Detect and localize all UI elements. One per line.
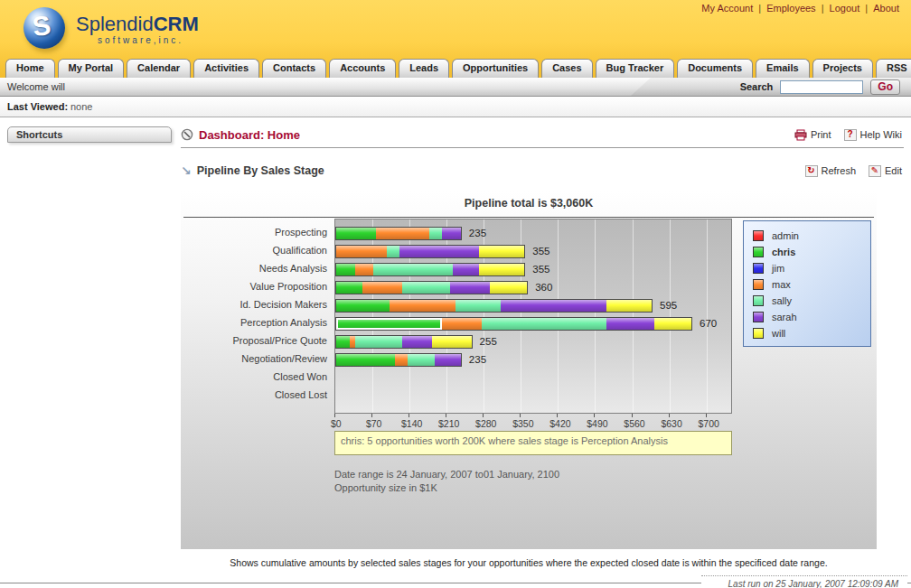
legend-label: will xyxy=(772,328,785,339)
axis-tick-label: $630 xyxy=(661,418,681,429)
search-input[interactable] xyxy=(780,80,863,94)
legend-item-chris[interactable]: chris xyxy=(753,244,870,260)
axis-tick xyxy=(334,414,335,417)
legend-item-jim[interactable]: jim xyxy=(753,260,870,276)
category-label: Negotiation/Review xyxy=(181,350,327,368)
bar-segment-chris[interactable] xyxy=(336,318,442,330)
legend-swatch xyxy=(753,295,764,306)
bar-segment-will[interactable] xyxy=(479,246,524,257)
stacked-bar[interactable] xyxy=(335,227,462,240)
bar-segment-sally[interactable] xyxy=(456,300,501,312)
stacked-bar[interactable] xyxy=(335,353,462,367)
bar-segment-max[interactable] xyxy=(390,300,456,312)
bar-segment-sarah[interactable] xyxy=(402,336,431,348)
edit-pencil-icon: ✎ xyxy=(869,165,881,177)
bar-segment-sally[interactable] xyxy=(355,336,403,348)
bar-segment-max[interactable] xyxy=(376,228,429,239)
legend-item-sarah[interactable]: sarah xyxy=(753,309,870,325)
top-link-employees[interactable]: Employees xyxy=(766,3,815,14)
tab-calendar[interactable]: Calendar xyxy=(127,59,191,78)
top-link-about[interactable]: About xyxy=(873,3,899,14)
bar-segment-chris[interactable] xyxy=(336,264,355,275)
tab-opportunities[interactable]: Opportunities xyxy=(452,59,539,78)
bar-segment-will[interactable] xyxy=(606,300,652,312)
legend-item-max[interactable]: max xyxy=(753,276,870,293)
stacked-bar[interactable] xyxy=(335,317,692,331)
category-label: Closed Won xyxy=(181,368,327,386)
top-header: My Account | Employees | Logout | About … xyxy=(0,0,911,78)
bar-segment-max[interactable] xyxy=(442,318,482,330)
stacked-bar[interactable] xyxy=(335,245,525,258)
app-logo[interactable]: S SplendidCRM software,inc. xyxy=(23,5,231,56)
tab-cases[interactable]: Cases xyxy=(541,59,592,78)
tab-projects[interactable]: Projects xyxy=(812,59,873,78)
category-label: Proposal/Price Quote xyxy=(181,331,327,350)
bar-segment-chris[interactable] xyxy=(336,354,395,366)
tab-bug-tracker[interactable]: Bug Tracker xyxy=(596,59,675,78)
shortcuts-header[interactable]: Shortcuts xyxy=(7,126,172,143)
help-wiki-button[interactable]: ? Help Wiki xyxy=(844,129,902,141)
bar-segment-sarah[interactable] xyxy=(399,246,479,257)
top-link-my-account[interactable]: My Account xyxy=(701,3,753,14)
shortcuts-panel: Shortcuts xyxy=(7,126,172,143)
bar-segment-will[interactable] xyxy=(654,318,691,330)
bar-segment-sally[interactable] xyxy=(373,264,453,275)
bar-segment-sally[interactable] xyxy=(402,282,450,294)
bar-segment-chris[interactable] xyxy=(336,282,362,294)
bar-segment-sarah[interactable] xyxy=(501,300,606,312)
bar-segment-chris[interactable] xyxy=(336,336,350,348)
legend-item-will[interactable]: will xyxy=(753,325,870,341)
axis-tick xyxy=(594,414,595,417)
bar-segment-sarah[interactable] xyxy=(606,318,654,330)
bar-segment-sally[interactable] xyxy=(429,228,443,239)
bar-segment-max[interactable] xyxy=(336,246,387,257)
tab-accounts[interactable]: Accounts xyxy=(329,59,396,78)
tab-my-portal[interactable]: My Portal xyxy=(58,59,125,78)
refresh-button[interactable]: ↻ Refresh xyxy=(805,165,857,177)
print-button[interactable]: Print xyxy=(794,129,831,141)
category-label: Closed Lost xyxy=(181,386,327,404)
collapse-arrow-icon[interactable]: ↘ xyxy=(181,164,192,177)
tab-activities[interactable]: Activities xyxy=(193,59,259,78)
chart-title-divider xyxy=(183,217,874,218)
chart-title: Pipeline total is $3,060K xyxy=(181,197,877,210)
axis-tick-label: $490 xyxy=(587,418,607,429)
chart-plot-area[interactable]: 235355355360595670255235 xyxy=(334,219,732,414)
dashlet-caption: Shows cumulative amounts by selected sal… xyxy=(181,557,877,568)
bar-segment-max[interactable] xyxy=(355,264,374,275)
bar-segment-sarah[interactable] xyxy=(442,228,461,239)
bar-segment-will[interactable] xyxy=(479,264,524,275)
search-go-button[interactable]: Go xyxy=(870,79,900,95)
tab-contacts[interactable]: Contacts xyxy=(262,59,326,78)
link-separator: | xyxy=(862,3,870,14)
bar-segment-sarah[interactable] xyxy=(450,282,490,294)
edit-button[interactable]: ✎ Edit xyxy=(869,165,902,177)
stacked-bar[interactable] xyxy=(335,281,528,294)
tab-leads[interactable]: Leads xyxy=(399,59,449,78)
bar-segment-sarah[interactable] xyxy=(435,354,461,366)
top-link-logout[interactable]: Logout xyxy=(830,3,860,14)
stacked-bar[interactable] xyxy=(335,263,525,276)
stacked-bar[interactable] xyxy=(335,299,653,313)
bar-segment-will[interactable] xyxy=(432,336,472,348)
bar-segment-sarah[interactable] xyxy=(453,264,479,275)
tab-home[interactable]: Home xyxy=(5,59,55,78)
tab-emails[interactable]: Emails xyxy=(756,59,809,78)
tab-documents[interactable]: Documents xyxy=(677,59,753,78)
bar-segment-chris[interactable] xyxy=(336,300,390,312)
legend-swatch xyxy=(753,230,764,241)
stacked-bar[interactable] xyxy=(335,335,473,349)
bar-segment-will[interactable] xyxy=(490,282,527,294)
link-separator: | xyxy=(819,3,827,14)
bar-segment-max[interactable] xyxy=(395,354,409,366)
axis-tick xyxy=(706,414,707,417)
legend-item-admin[interactable]: admin xyxy=(753,228,870,244)
legend-item-sally[interactable]: sally xyxy=(753,293,870,309)
bar-segment-sally[interactable] xyxy=(482,318,606,330)
chart-category-labels: ProspectingQualificationNeeds AnalysisVa… xyxy=(181,223,327,404)
bar-segment-chris[interactable] xyxy=(336,228,376,239)
bar-segment-sally[interactable] xyxy=(408,354,434,366)
bar-segment-max[interactable] xyxy=(362,282,402,294)
tab-rss[interactable]: RSS xyxy=(876,59,911,78)
bar-segment-sally[interactable] xyxy=(387,246,400,257)
